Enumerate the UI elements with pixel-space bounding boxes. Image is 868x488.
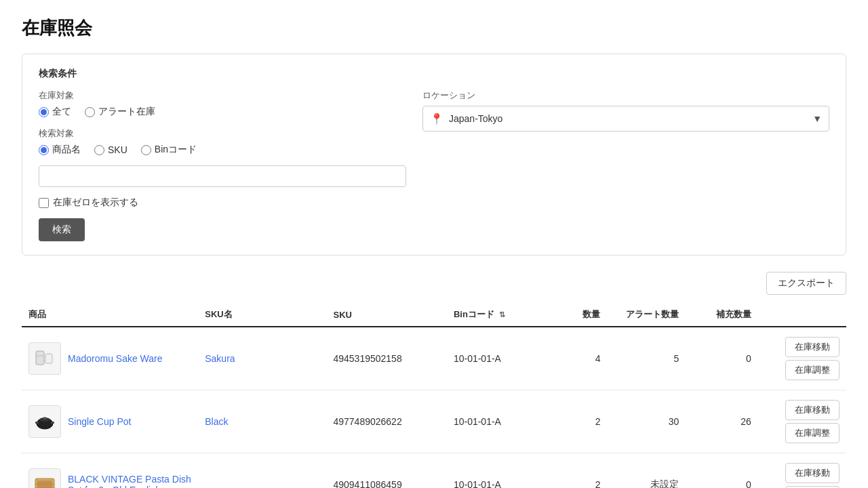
search-panel: 検索条件 在庫対象 全て アラート在庫 検索対象 — [22, 54, 846, 256]
col-header-sku-name: SKU名 — [198, 303, 326, 327]
bin-code-cell-0: 10-01-01-A — [447, 327, 543, 390]
sort-icon: ⇅ — [499, 310, 505, 319]
location-select[interactable]: Japan-Tokyo Japan-Osaka — [449, 113, 812, 124]
search-input[interactable] — [39, 165, 406, 187]
product-name-link-0[interactable]: Madoromu Sake Ware — [68, 353, 163, 364]
svg-rect-0 — [36, 351, 44, 365]
quantity-cell-1: 2 — [543, 390, 608, 453]
svg-rect-5 — [35, 422, 39, 424]
search-panel-title: 検索条件 — [39, 68, 829, 80]
alert-qty-cell-2: 未設定 — [607, 453, 686, 489]
bin-code-cell-1: 10-01-01-A — [447, 390, 543, 453]
alert-qty-cell-1: 30 — [607, 390, 686, 453]
adjust-stock-button-1[interactable]: 在庫調整 — [785, 423, 840, 443]
product-name-link-1[interactable]: Single Cup Pot — [68, 416, 131, 427]
move-stock-button-0[interactable]: 在庫移動 — [785, 337, 840, 357]
product-image-0 — [28, 342, 61, 375]
inventory-target-label: 在庫対象 — [39, 89, 406, 102]
reorder-qty-cell-0: 0 — [686, 327, 757, 390]
product-name-link-2[interactable]: BLACK VINTAGE Pasta Dish Set for 2 - Old… — [68, 474, 191, 488]
search-option-sku[interactable]: SKU — [94, 144, 127, 155]
table-toolbar: エクスポート — [22, 272, 846, 295]
move-stock-button-2[interactable]: 在庫移動 — [785, 463, 840, 483]
col-header-sku: SKU — [326, 303, 446, 327]
reorder-qty-cell-2: 0 — [686, 453, 757, 489]
page-title: 在庫照会 — [22, 16, 846, 40]
alert-qty-cell-0: 5 — [607, 327, 686, 390]
search-target-label: 検索対象 — [39, 127, 406, 140]
export-button[interactable]: エクスポート — [766, 272, 846, 295]
svg-rect-1 — [45, 354, 52, 363]
search-target-group: 商品名 SKU Binコード — [39, 144, 406, 156]
quantity-cell-2: 2 — [543, 453, 608, 489]
sku-name-link-0[interactable]: Sakura — [205, 353, 235, 364]
sku-name-cell-2 — [198, 453, 326, 489]
location-select-wrapper: 📍 Japan-Tokyo Japan-Osaka ▼ — [422, 106, 829, 131]
col-header-quantity: 数量 — [543, 303, 608, 327]
col-header-reorder-qty: 補充数量 — [686, 303, 757, 327]
actions-cell-0: 在庫移動 在庫調整 — [758, 327, 846, 390]
show-zero-checkbox[interactable]: 在庫ゼロを表示する — [39, 197, 406, 209]
search-button[interactable]: 検索 — [39, 218, 85, 241]
sku-name-cell-1: Black — [198, 390, 326, 453]
table-row: BLACK VINTAGE Pasta Dish Set for 2 - Old… — [22, 453, 846, 489]
product-cell-2: BLACK VINTAGE Pasta Dish Set for 2 - Old… — [22, 453, 198, 489]
product-image-2 — [28, 468, 61, 488]
actions-cell-2: 在庫移動 在庫調整 — [758, 453, 846, 489]
search-option-product[interactable]: 商品名 — [39, 144, 81, 156]
col-header-actions — [758, 303, 846, 327]
svg-rect-6 — [51, 422, 54, 424]
search-option-bin[interactable]: Binコード — [141, 144, 197, 156]
inventory-option-alert[interactable]: アラート在庫 — [85, 106, 155, 118]
col-header-bin-code[interactable]: Binコード ⇅ — [447, 303, 543, 327]
product-cell-0: Madoromu Sake Ware — [22, 327, 198, 390]
sku-cell-1: 4977489026622 — [326, 390, 446, 453]
inventory-target-group: 全て アラート在庫 — [39, 106, 406, 118]
sku-cell-0: 4945319502158 — [326, 327, 446, 390]
quantity-cell-0: 4 — [543, 327, 608, 390]
svg-point-8 — [43, 417, 46, 420]
product-image-1 — [28, 405, 61, 438]
table-row: Madoromu Sake Ware Sakura 4945319502158 … — [22, 327, 846, 390]
bin-code-cell-2: 10-01-01-A — [447, 453, 543, 489]
col-header-product: 商品 — [22, 303, 198, 327]
location-pin-icon: 📍 — [430, 113, 443, 125]
inventory-option-all[interactable]: 全て — [39, 106, 71, 118]
actions-cell-1: 在庫移動 在庫調整 — [758, 390, 846, 453]
move-stock-button-1[interactable]: 在庫移動 — [785, 400, 840, 420]
adjust-stock-button-0[interactable]: 在庫調整 — [785, 360, 840, 380]
chevron-down-icon: ▼ — [812, 113, 822, 124]
sku-name-cell-0: Sakura — [198, 327, 326, 390]
table-row: Single Cup Pot Black 4977489026622 10-01… — [22, 390, 846, 453]
sku-cell-2: 4909411086459 — [326, 453, 446, 489]
sku-name-link-1[interactable]: Black — [205, 416, 228, 427]
inventory-table: 商品 SKU名 SKU Binコード ⇅ 数量 アラート数量 補充数量 Mado… — [22, 303, 846, 488]
product-cell-1: Single Cup Pot — [22, 390, 198, 453]
col-header-alert-qty: アラート数量 — [607, 303, 686, 327]
reorder-qty-cell-1: 26 — [686, 390, 757, 453]
table-header-row: 商品 SKU名 SKU Binコード ⇅ 数量 アラート数量 補充数量 — [22, 303, 846, 327]
location-label: ロケーション — [422, 89, 829, 102]
